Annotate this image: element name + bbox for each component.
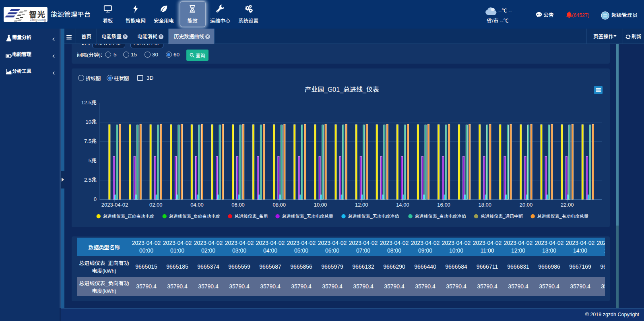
svg-text:22:00: 22:00 <box>561 202 574 208</box>
svg-text:2.5兆: 2.5兆 <box>84 177 97 183</box>
svg-text:14:00: 14:00 <box>396 202 409 208</box>
svg-text:18:00: 18:00 <box>479 202 492 208</box>
svg-text:总进线仪表_备用: 总进线仪表_备用 <box>235 214 268 219</box>
svg-text:总进线仪表_有功电度总量: 总进线仪表_有功电度总量 <box>537 214 588 219</box>
svg-text:12:00: 12:00 <box>355 202 368 208</box>
svg-text:0: 0 <box>94 196 97 202</box>
svg-text:总进线仪表_负向有功电度: 总进线仪表_负向有功电度 <box>169 214 220 219</box>
svg-text:总进线仪表_正向有功电度: 总进线仪表_正向有功电度 <box>103 214 154 219</box>
svg-text:20:00: 20:00 <box>520 202 533 208</box>
svg-text:06:00: 06:00 <box>231 202 245 208</box>
svg-text:总进线仪表_无功电度总量: 总进线仪表_无功电度总量 <box>282 214 333 219</box>
svg-text:08:00: 08:00 <box>273 202 286 208</box>
svg-text:Zhiguang: Zhiguang <box>30 18 46 22</box>
svg-text:5兆: 5兆 <box>89 157 97 164</box>
svg-text:总进线仪表_有功电度净值: 总进线仪表_有功电度净值 <box>415 214 466 219</box>
svg-text:7.5兆: 7.5兆 <box>84 138 97 144</box>
svg-text:产业园_G01_总进线_仪表: 产业园_G01_总进线_仪表 <box>305 86 379 93</box>
svg-text:16:00: 16:00 <box>437 202 450 208</box>
svg-text:12.5兆: 12.5兆 <box>81 99 97 106</box>
svg-text:总进线仪表_通讯中断: 总进线仪表_通讯中断 <box>481 214 523 219</box>
svg-text:2023-04-02: 2023-04-02 <box>101 202 128 208</box>
svg-text:10:00: 10:00 <box>314 202 327 208</box>
svg-text:04:00: 04:00 <box>190 202 204 208</box>
svg-text:总进线仪表_无功电度净值: 总进线仪表_无功电度净值 <box>348 214 399 219</box>
svg-text:02:00: 02:00 <box>149 202 163 208</box>
svg-text:10兆: 10兆 <box>86 119 97 125</box>
